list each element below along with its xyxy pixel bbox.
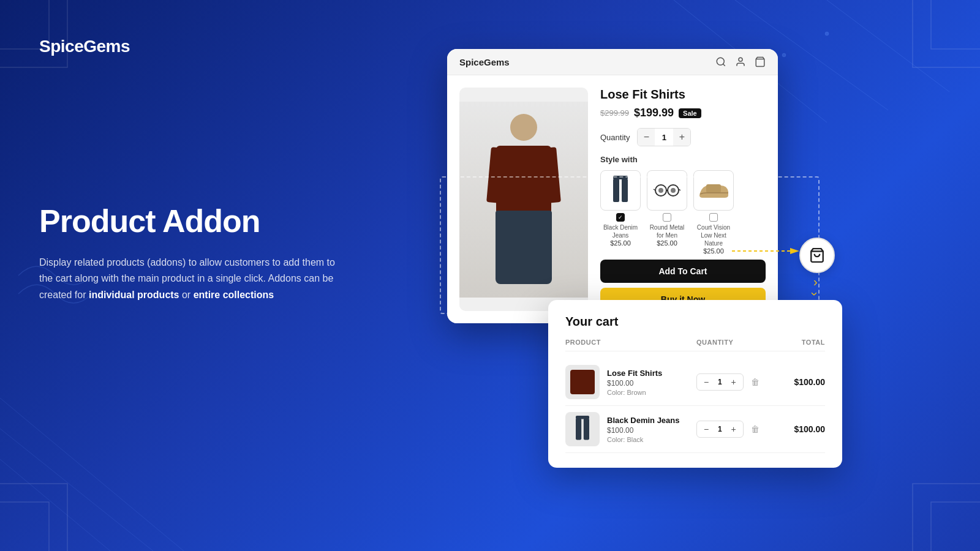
cart-circle-button[interactable] [799, 238, 835, 273]
quantity-label: Quantity [600, 133, 630, 142]
svg-line-2 [827, 0, 949, 92]
style-item-glasses-name: Round Metal for Men [647, 223, 687, 239]
search-icon[interactable] [715, 56, 726, 67]
shoes-svg-icon [698, 181, 729, 200]
cart-item-shirt-qty-increase[interactable]: + [727, 375, 741, 389]
cart-item-shirt-left: Lose Fit Shirts $100.00 Color: Brown [565, 365, 696, 399]
cart-item-shirt-total: $100.00 [776, 377, 825, 387]
quantity-decrease-button[interactable]: − [638, 129, 655, 146]
svg-rect-14 [622, 179, 628, 202]
cart-item-jeans-info: Black Demin Jeans $100.00 Color: Black [607, 416, 680, 443]
svg-rect-13 [613, 179, 619, 202]
style-item-jeans-price: $25.00 [600, 239, 641, 247]
cart-item-jeans-total: $100.00 [776, 424, 825, 434]
cart-item-jeans-qty-value: 1 [715, 425, 725, 433]
style-with-label: Style with [600, 155, 766, 164]
style-item-jeans-name: Black Denim Jeans [600, 223, 641, 239]
svg-line-7 [0, 459, 110, 551]
cart-col-quantity: QUANTITY [696, 339, 776, 346]
sale-badge: Sale [679, 108, 701, 118]
cart-item-shirt: Lose Fit Shirts $100.00 Color: Brown − 1… [565, 359, 825, 406]
quantity-control: − 1 + [637, 128, 691, 146]
left-panel: SpiceGems Product Addon Display related … [39, 37, 394, 303]
quantity-row: Quantity − 1 + [600, 128, 766, 146]
user-icon[interactable] [735, 56, 746, 67]
page-headline: Product Addon [39, 203, 394, 240]
header-icons [715, 56, 766, 67]
cart-item-shirt-qty-decrease[interactable]: − [699, 375, 713, 389]
person-head [510, 114, 537, 141]
price-row: $299.99 $199.99 Sale [600, 107, 766, 119]
cart-title: Your cart [565, 315, 825, 329]
card-header: SpiceGems [447, 49, 778, 75]
style-item-jeans-image [600, 170, 641, 211]
glasses-svg-icon [652, 183, 682, 198]
quantity-value: 1 [655, 133, 673, 142]
style-item-jeans-checkbox[interactable] [616, 213, 625, 222]
cart-item-shirt-color: Color: Brown [607, 389, 662, 396]
cart-popup: Your cart PRODUCT QUANTITY TOTAL Lose Fi… [548, 300, 842, 468]
left-logo: SpiceGems [39, 37, 394, 56]
cart-item-jeans-qty-control: − 1 + [696, 421, 744, 438]
svg-line-9 [723, 64, 725, 66]
svg-marker-25 [790, 248, 799, 254]
style-item-shoes-image [693, 170, 734, 211]
description-bold2: entire collections [194, 290, 274, 300]
cart-item-shirt-qty-control: − 1 + [696, 373, 744, 391]
style-item-glasses-image [647, 170, 687, 211]
add-to-cart-button[interactable]: Add To Cart [600, 260, 766, 283]
style-item-glasses[interactable]: Round Metal for Men $25.00 [647, 170, 687, 255]
svg-line-6 [0, 429, 153, 551]
product-title: Lose Fit Shirts [600, 88, 766, 102]
style-item-glasses-price: $25.00 [647, 239, 687, 247]
chevron-down-1: › [813, 276, 818, 288]
svg-point-18 [658, 188, 663, 193]
person-pants [496, 211, 552, 284]
svg-rect-22 [706, 184, 721, 193]
cart-item-jeans-qty-increase[interactable]: + [727, 422, 741, 436]
cart-item-jeans-price: $100.00 [607, 426, 680, 435]
cart-item-jeans: Black Demin Jeans $100.00 Color: Black −… [565, 406, 825, 453]
cart-item-shirt-name: Lose Fit Shirts [607, 369, 662, 378]
card-body: Lose Fit Shirts $299.99 $199.99 Sale Qua… [447, 75, 778, 323]
chevron-down-2: › [810, 292, 820, 296]
svg-point-3 [825, 32, 829, 36]
cart-icon[interactable] [755, 56, 766, 67]
cart-item-shirt-thumbnail [565, 365, 600, 399]
style-item-glasses-checkbox[interactable] [663, 213, 671, 222]
style-item-shoes-checkbox[interactable] [709, 213, 718, 222]
cart-table-header: PRODUCT QUANTITY TOTAL [565, 339, 825, 351]
svg-point-10 [739, 58, 742, 61]
cart-item-shirt-qty-row: − 1 + 🗑 [696, 373, 776, 391]
cart-item-shirt-price: $100.00 [607, 379, 662, 388]
cart-item-jeans-thumbnail [565, 412, 600, 446]
style-item-shoes[interactable]: Court Vision Low Next Nature $25.00 [693, 170, 734, 255]
description-bold1: individual products [89, 290, 179, 300]
svg-rect-27 [576, 419, 581, 440]
cart-col-total: TOTAL [776, 339, 825, 346]
description-middle: or [179, 290, 194, 300]
cart-item-shirt-info: Lose Fit Shirts $100.00 Color: Brown [607, 369, 662, 396]
price-old: $299.99 [600, 108, 629, 118]
cart-item-shirt-qty-value: 1 [715, 378, 725, 386]
person-torso [496, 146, 551, 213]
product-details: Lose Fit Shirts $299.99 $199.99 Sale Qua… [600, 88, 766, 311]
card-logo: SpiceGems [459, 57, 510, 67]
quantity-increase-button[interactable]: + [673, 129, 690, 146]
svg-point-19 [671, 188, 676, 193]
jeans-svg-icon [611, 176, 630, 205]
person-figure [484, 114, 564, 285]
style-item-shoes-name: Court Vision Low Next Nature [693, 223, 734, 247]
cart-item-jeans-delete[interactable]: 🗑 [751, 424, 760, 434]
cart-item-jeans-qty-decrease[interactable]: − [699, 422, 713, 436]
style-items: Black Denim Jeans $25.00 [600, 170, 766, 255]
svg-line-5 [0, 398, 184, 551]
svg-rect-28 [584, 419, 589, 440]
cart-item-shirt-delete[interactable]: 🗑 [751, 377, 760, 387]
cart-item-jeans-left: Black Demin Jeans $100.00 Color: Black [565, 412, 696, 446]
style-item-jeans[interactable]: Black Denim Jeans $25.00 [600, 170, 641, 255]
cart-jeans-icon [573, 416, 592, 443]
cart-col-product: PRODUCT [565, 339, 696, 346]
page-description: Display related products (addons) to all… [39, 255, 345, 303]
price-new: $199.99 [634, 107, 674, 119]
